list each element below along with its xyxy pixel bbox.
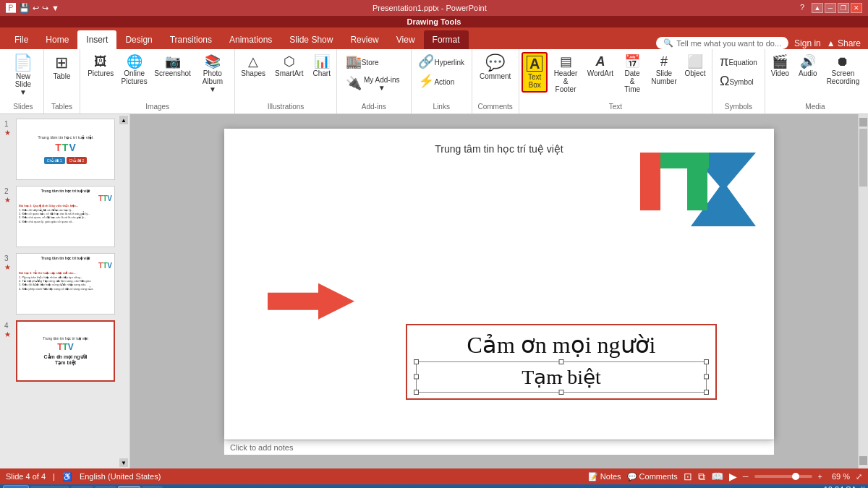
store-icon: 🏬: [346, 55, 362, 68]
start-btn[interactable]: ⊞: [3, 485, 29, 488]
screenshot-button[interactable]: 📷 Screenshot: [151, 52, 194, 80]
notes-btn[interactable]: 📝 Notes: [588, 472, 621, 481]
slide-thumb-4[interactable]: 4 ★ Trung tâm tin học trí tuệ việt T T V…: [16, 320, 115, 382]
date-time-button[interactable]: 📅 Date &Time: [618, 52, 647, 96]
view-slideshow-btn[interactable]: ▶: [729, 471, 737, 482]
zoom-thumb[interactable]: [792, 473, 799, 480]
tab-animations[interactable]: Animations: [221, 30, 281, 49]
pictures-button[interactable]: 🖼 Pictures: [85, 52, 117, 80]
title-text: Presentation1.pptx - PowerPoint: [59, 4, 800, 12]
comment-button[interactable]: 💬 Comment: [475, 52, 515, 83]
tab-review[interactable]: Review: [341, 30, 387, 49]
ribbon-group-slides: 📄 NewSlide ▼ Slides: [3, 49, 44, 114]
slide-thumb-2[interactable]: 2 ★ Trung tâm tin học trí tuệ việt T T V…: [16, 186, 115, 247]
tab-insert[interactable]: Insert: [77, 30, 116, 49]
signin-btn[interactable]: Sign in: [794, 38, 821, 48]
vscroll-up-btn[interactable]: [859, 118, 867, 127]
online-pictures-button[interactable]: 🌐 OnlinePictures: [118, 52, 150, 88]
status-divider-1: |: [53, 472, 55, 481]
smartart-button[interactable]: ⬡ SmartArt: [271, 52, 307, 80]
accessibility-icon[interactable]: ♿: [62, 472, 72, 481]
handle-bm: [559, 390, 564, 395]
handle-bl: [414, 390, 419, 395]
fit-btn[interactable]: ⤢: [856, 472, 862, 481]
zoom-minus-btn[interactable]: ─: [743, 472, 749, 481]
wordart-icon: A: [595, 55, 605, 68]
help-icon[interactable]: ?: [800, 3, 804, 13]
table-icon: ⊞: [55, 55, 68, 71]
tam-biet-box[interactable]: Tạm biệt: [416, 361, 707, 393]
slide-number-button[interactable]: # SlideNumber: [647, 52, 680, 88]
add-notes-bar[interactable]: Click to add notes: [224, 440, 774, 455]
restore-btn[interactable]: ❐: [838, 3, 849, 13]
zoom-level[interactable]: 69 %: [828, 472, 850, 481]
my-addins-button[interactable]: 🔌 My Add-ins ▼: [341, 72, 407, 95]
minimize-btn[interactable]: ─: [825, 3, 836, 13]
hyperlink-button[interactable]: 🔗 Hyperlink: [414, 52, 469, 71]
tab-design[interactable]: Design: [116, 30, 161, 49]
zoom-plus-btn[interactable]: +: [818, 472, 822, 481]
close-btn[interactable]: ✕: [851, 3, 862, 13]
object-icon: ⬜: [687, 55, 703, 68]
symbol-icon: Ω: [720, 74, 729, 87]
view-normal-btn[interactable]: ⊡: [684, 471, 692, 482]
header-footer-button[interactable]: ▤ Header& Footer: [548, 52, 583, 96]
tab-transitions[interactable]: Transitions: [161, 30, 221, 49]
canvas-area: Trung tâm tin học trí tuệ việt: [130, 114, 868, 468]
equation-button[interactable]: π Equation: [715, 52, 762, 71]
tab-view[interactable]: View: [388, 30, 424, 49]
shapes-button[interactable]: △ Shapes: [237, 52, 270, 80]
svg-rect-2: [640, 153, 660, 210]
language-status[interactable]: English (United States): [80, 472, 161, 481]
photo-album-icon: 📚: [205, 55, 221, 68]
video-icon: 🎬: [772, 55, 788, 68]
view-reading-btn[interactable]: 📖: [711, 471, 723, 482]
new-slide-button[interactable]: 📄 NewSlide ▼: [7, 52, 39, 99]
drawing-tools-bar: Drawing Tools: [0, 16, 868, 27]
symbol-button[interactable]: Ω Symbol: [715, 72, 758, 90]
text-box-button[interactable]: A TextBox: [522, 52, 548, 93]
ribbon-group-addins: 🏬 Store 🔌 My Add-ins ▼ Add-ins: [337, 49, 412, 114]
slide-thumb-1[interactable]: 1 ★ Trung tâm tin học trí tuệ việt T T V…: [16, 119, 115, 180]
ribbon-group-text: A TextBox ▤ Header& Footer A WordArt 📅 D…: [519, 49, 712, 114]
tab-home[interactable]: Home: [37, 30, 77, 49]
redo-icon[interactable]: ↪: [42, 4, 48, 13]
comments-btn[interactable]: 💬 Comments: [627, 472, 678, 481]
panel-scroll-up[interactable]: ▲: [119, 116, 128, 124]
tell-me-bar[interactable]: 🔍 Tell me what you want to do...: [656, 37, 788, 49]
action-button[interactable]: ⚡ Action: [414, 72, 459, 90]
hyperlink-icon: 🔗: [418, 55, 434, 68]
ribbon-group-symbols: π Equation Ω Symbol Symbols: [712, 49, 765, 114]
photo-album-button[interactable]: 📚 PhotoAlbum ▼: [195, 52, 231, 96]
svg-rect-3: [687, 153, 707, 210]
text-box-container[interactable]: Cảm ơn mọi người Tạm biệt: [406, 324, 717, 400]
customize-icon[interactable]: ▼: [51, 4, 59, 12]
share-btn[interactable]: ▲ Share: [827, 38, 861, 48]
online-pictures-icon: 🌐: [127, 55, 142, 68]
screen-recording-button[interactable]: ⏺ ScreenRecording: [822, 52, 864, 88]
tab-format[interactable]: Format: [424, 30, 469, 49]
store-button[interactable]: 🏬 Store: [341, 52, 399, 71]
time-display: 10:04 SA: [824, 484, 856, 488]
action-icon: ⚡: [418, 74, 434, 87]
tab-slideshow[interactable]: Slide Show: [281, 30, 341, 49]
save-icon[interactable]: 💾: [19, 3, 30, 13]
audio-button[interactable]: 🔊 Audio: [794, 52, 822, 80]
ribbon-content: 📄 NewSlide ▼ Slides ⊞ Table Tables 🖼 Pic…: [0, 49, 868, 114]
chart-button[interactable]: 📊 Chart: [309, 52, 335, 80]
table-button[interactable]: ⊞ Table: [48, 52, 75, 83]
view-slide-btn[interactable]: ⧉: [698, 471, 705, 483]
zoom-slider[interactable]: [754, 475, 812, 478]
ribbon-group-media: 🎬 Video 🔊 Audio ⏺ ScreenRecording Media: [765, 49, 865, 114]
wordart-button[interactable]: A WordArt: [584, 52, 617, 80]
panel-scroll-down[interactable]: ▼: [119, 458, 128, 467]
object-button[interactable]: ⬜ Object: [681, 52, 710, 80]
vscroll-thumb[interactable]: [859, 129, 867, 187]
video-button[interactable]: 🎬 Video: [767, 52, 793, 80]
undo-icon[interactable]: ↩: [33, 4, 39, 13]
canvas-vscroll[interactable]: [858, 114, 868, 468]
ribbon-toggle[interactable]: ▲: [812, 3, 823, 13]
vscroll-down-btn[interactable]: [859, 456, 867, 465]
tab-file[interactable]: File: [6, 30, 37, 49]
slide-thumb-3[interactable]: 3 ★ Trung tâm tin học trí tuệ việt T T V…: [16, 253, 115, 314]
